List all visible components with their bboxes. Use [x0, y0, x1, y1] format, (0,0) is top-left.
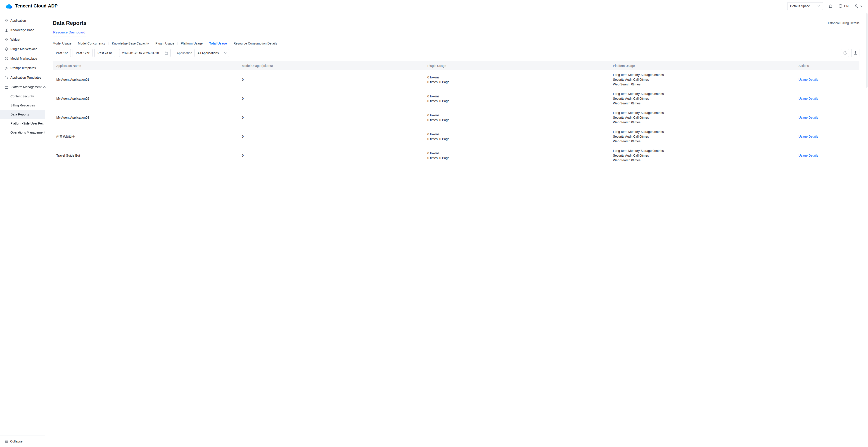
sidebar-collapse-button[interactable]: Collapse: [0, 435, 45, 447]
subnav-plugin-usage[interactable]: Plugin Usage: [155, 42, 174, 45]
sidebar-item-label: Knowledge Base: [10, 28, 34, 32]
divider: [178, 42, 178, 45]
user-menu[interactable]: [854, 4, 863, 8]
language-switcher[interactable]: EN: [838, 4, 848, 8]
plugin-usage-times: 0 times, 0 Page: [428, 118, 606, 123]
tencent-cloud-logo-icon: [5, 3, 13, 9]
table-row: 内容总结助手 0 0 tokens 0 times, 0 Page Long-t…: [53, 127, 859, 146]
user-icon: [854, 4, 859, 8]
application-name: My Agent Application02: [56, 97, 89, 100]
model-usage-value: 0: [242, 154, 244, 157]
table-body: My Agent Application01 0 0 tokens 0 time…: [53, 70, 859, 165]
space-selector[interactable]: Default Space: [787, 2, 823, 10]
collapse-label: Collapse: [10, 440, 22, 443]
table-row: Travel Guide Bot 0 0 tokens 0 times, 0 P…: [53, 146, 859, 165]
table-header: Application Name Model Usage (tokens) Pl…: [53, 61, 859, 70]
usage-details-link[interactable]: Usage Details: [799, 135, 818, 138]
top-bar: Tencent CloudADP Default Space EN: [0, 0, 868, 12]
model-usage-value: 0: [242, 135, 244, 138]
platform-usage-security-audit: Security Audit Call 0times: [613, 134, 791, 139]
chevron-up-icon: [43, 86, 46, 88]
platform-usage-security-audit: Security Audit Call 0times: [613, 153, 791, 158]
column-header-platform-usage: Platform Usage: [609, 61, 795, 70]
brand-name: Tencent Cloud: [15, 3, 46, 8]
scrollbar-thumb[interactable]: [866, 13, 868, 88]
platform-usage-memory-storage: Long-term Memory Storage 0entries: [613, 92, 791, 96]
table-row: My Agent Application01 0 0 tokens 0 time…: [53, 70, 859, 89]
tab-resource-dashboard[interactable]: Resource Dashboard: [53, 30, 86, 37]
sidebar-item-label: Application: [10, 19, 26, 22]
sidebar-item-label: Prompt Templates: [10, 66, 36, 70]
usage-details-link[interactable]: Usage Details: [799, 154, 818, 157]
subnav-resource-consumption-details[interactable]: Resource Consumption Details: [234, 42, 277, 45]
subnav-model-concurrency[interactable]: Model Concurrency: [78, 42, 105, 45]
application-name: Travel Guide Bot: [56, 154, 80, 157]
chevron-down-icon: [860, 5, 863, 7]
sidebar-item-label: Widget: [10, 38, 20, 41]
sidebar-item-label: Platform Management: [10, 85, 41, 89]
divider: [108, 42, 109, 45]
sidebar-item-application[interactable]: Application: [0, 16, 45, 25]
past-24hr-button[interactable]: Past 24 hr: [94, 49, 115, 57]
platform-usage-web-search: Web Search 0times: [613, 82, 791, 87]
sidebar-subitem-billing-resources[interactable]: Billing Resources: [0, 101, 45, 110]
platform-usage-web-search: Web Search 0times: [613, 139, 791, 144]
hexagon-icon: [4, 57, 8, 61]
table-row: My Agent Application02 0 0 tokens 0 time…: [53, 89, 859, 108]
sidebar-item-knowledge-base[interactable]: Knowledge Base: [0, 25, 45, 35]
page-header: Data Reports Historical Billing Details: [53, 20, 859, 26]
model-usage-value: 0: [242, 78, 244, 81]
platform-usage-web-search: Web Search 0times: [613, 158, 791, 163]
date-range-picker[interactable]: 2026-01-28 to 2026-01-28: [119, 49, 170, 57]
sidebar-subitem-platform-side-user-permissions[interactable]: Platform-Side User Per...: [0, 119, 45, 128]
application-name: 内容总结助手: [56, 135, 75, 138]
sidebar-item-plugin-marketplace[interactable]: Plugin Marketplace: [0, 44, 45, 54]
export-button[interactable]: [851, 49, 859, 57]
platform-usage-memory-storage: Long-term Memory Storage 0entries: [613, 148, 791, 153]
chevron-down-icon: [224, 52, 227, 54]
widget-icon: [4, 38, 8, 42]
table-row: My Agent Application03 0 0 tokens 0 time…: [53, 108, 859, 127]
past-12hr-button[interactable]: Past 12hr: [72, 49, 93, 57]
sidebar-item-model-marketplace[interactable]: Model Marketplace: [0, 54, 45, 63]
sidebar-item-prompt-templates[interactable]: Prompt Templates: [0, 63, 45, 73]
application-filter-label: Application: [177, 51, 192, 55]
sidebar-subitem-label: Data Reports: [10, 112, 29, 116]
subnav-platform-usage[interactable]: Platform Usage: [181, 42, 203, 45]
subnav-knowledge-base-capacity[interactable]: Knowledge Base Capacity: [112, 42, 149, 45]
column-header-application-name: Application Name: [53, 61, 238, 70]
column-header-plugin-usage: Plugin Usage: [424, 61, 609, 70]
subnav-model-usage[interactable]: Model Usage: [53, 42, 71, 45]
sidebar-subitem-content-security[interactable]: Content Security: [0, 92, 45, 101]
sidebar-item-label: Model Marketplace: [10, 57, 37, 60]
plugin-usage-times: 0 times, 0 Page: [428, 156, 606, 161]
usage-details-link[interactable]: Usage Details: [799, 116, 818, 119]
past-1hr-button[interactable]: Past 1hr: [53, 49, 71, 57]
globe-icon: [838, 4, 843, 8]
notification-bell-icon[interactable]: [829, 4, 833, 8]
platform-usage-web-search: Web Search 0times: [613, 120, 791, 125]
language-label: EN: [844, 4, 848, 8]
sidebar-item-widget[interactable]: Widget: [0, 35, 45, 44]
brand-logo[interactable]: Tencent CloudADP: [5, 3, 58, 9]
model-usage-value: 0: [242, 97, 244, 100]
date-range-value: 2026-01-28 to 2026-01-28: [122, 51, 159, 55]
model-usage-value: 0: [242, 116, 244, 119]
sidebar-subitem-operations-management[interactable]: Operations Management: [0, 128, 45, 137]
export-icon: [854, 51, 857, 55]
usage-details-link[interactable]: Usage Details: [799, 78, 818, 81]
plugin-usage-tokens: 0 tokens: [428, 151, 606, 156]
historical-billing-details-link[interactable]: Historical Billing Details: [827, 21, 860, 25]
collapse-icon: [4, 440, 8, 443]
sidebar-subitem-data-reports[interactable]: Data Reports: [0, 110, 45, 119]
refresh-button[interactable]: [841, 49, 849, 57]
platform-usage-memory-storage: Long-term Memory Storage 0entries: [613, 110, 791, 115]
space-selector-value: Default Space: [790, 4, 810, 8]
usage-details-link[interactable]: Usage Details: [799, 97, 818, 100]
subnav-total-usage[interactable]: Total Usage: [209, 42, 227, 45]
sidebar-item-platform-management[interactable]: Platform Management: [0, 82, 45, 92]
divider: [152, 42, 152, 45]
application-select[interactable]: All Applications: [194, 49, 229, 57]
sidebar-item-application-templates[interactable]: Application Templates: [0, 73, 45, 82]
scrollbar[interactable]: [866, 12, 868, 447]
